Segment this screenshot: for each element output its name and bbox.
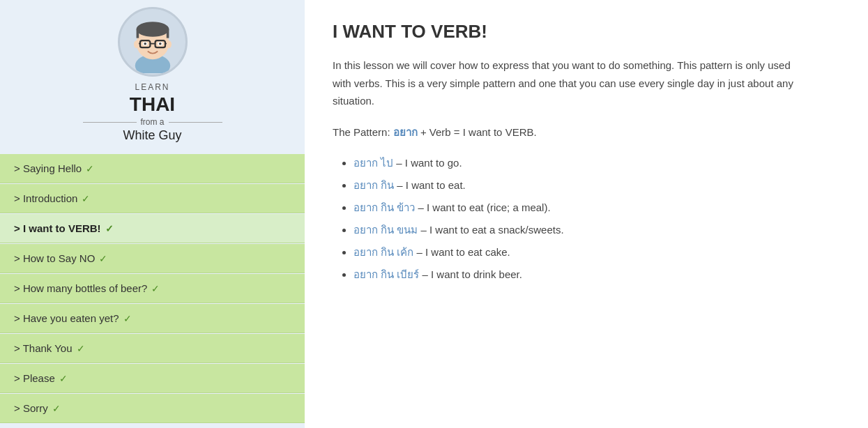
list-item: อยาก กิน ข้าว – I want to eat (rice; a m… — [353, 199, 840, 216]
bullet-list: อยาก ไป – I want to go.อยาก กิน – I want… — [333, 155, 840, 283]
pattern-suffix: + Verb = I want to VERB. — [418, 126, 537, 138]
nav-label: > Introduction — [14, 192, 77, 204]
svg-point-2 — [136, 22, 169, 37]
nav-item-introduction[interactable]: > Introduction ✓ — [0, 184, 305, 213]
nav-label: > Saying Hello — [14, 162, 82, 174]
checkmark-icon: ✓ — [151, 283, 160, 294]
learn-label: LEARN — [135, 82, 169, 92]
main-content: I WANT TO VERB! In this lesson we will c… — [305, 0, 868, 428]
svg-rect-4 — [166, 29, 169, 38]
pattern-thai: อยาก — [393, 126, 418, 138]
thai-word: อยาก กิน เค้ก — [353, 246, 413, 258]
thai-label: THAI — [130, 93, 175, 116]
checkmark-icon: ✓ — [82, 193, 90, 204]
nav-item-how-to-say-no[interactable]: > How to Say NO ✓ — [0, 244, 305, 273]
english-text: – I want to eat cake. — [417, 246, 510, 258]
avatar — [118, 7, 188, 77]
checkmark-icon: ✓ — [99, 253, 107, 264]
nav-list: > Saying Hello ✓> Introduction ✓> I want… — [0, 154, 305, 423]
english-text: – I want to eat a snack/sweets. — [421, 224, 564, 236]
list-item: อยาก กิน ขนม – I want to eat a snack/swe… — [353, 222, 840, 238]
nav-label: > Thank You — [14, 342, 73, 354]
nav-label: > Have you eaten yet? — [14, 312, 119, 324]
checkmark-icon: ✓ — [105, 223, 114, 234]
checkmark-icon: ✓ — [86, 163, 94, 174]
thai-word: อยาก ไป — [353, 157, 393, 169]
nav-label: > Sorry — [14, 402, 48, 414]
intro-text: In this lesson we will cover how to expr… — [333, 56, 807, 110]
nav-label: > Please — [14, 372, 55, 384]
list-item: อยาก กิน เค้ก – I want to eat cake. — [353, 244, 840, 261]
thai-word: อยาก กิน ข้าว — [353, 201, 415, 213]
checkmark-icon: ✓ — [52, 403, 61, 414]
checkmark-icon: ✓ — [77, 343, 85, 354]
nav-label: > I want to VERB! — [14, 222, 101, 234]
nav-item-thank-you[interactable]: > Thank You ✓ — [0, 334, 305, 363]
list-item: อยาก กิน เบียร์ – I want to drink beer. — [353, 266, 840, 283]
nav-item-i-want-to-verb[interactable]: > I want to VERB! ✓ — [0, 214, 305, 243]
nav-item-saying-hello[interactable]: > Saying Hello ✓ — [0, 154, 305, 183]
nav-item-sorry[interactable]: > Sorry ✓ — [0, 394, 305, 423]
pattern-prefix: The Pattern: — [333, 126, 393, 138]
sidebar: LEARN THAI from a White Guy > Saying Hel… — [0, 0, 305, 428]
from-a-label: from a — [83, 117, 222, 127]
nav-label: > How to Say NO — [14, 252, 95, 264]
page-title: I WANT TO VERB! — [333, 21, 840, 43]
pattern-text: The Pattern: อยาก + Verb = I want to VER… — [333, 124, 840, 141]
checkmark-icon: ✓ — [59, 373, 68, 384]
svg-point-13 — [159, 43, 162, 45]
english-text: – I want to eat. — [397, 179, 465, 191]
english-text: – I want to eat (rice; a meal). — [418, 201, 551, 213]
nav-item-please[interactable]: > Please ✓ — [0, 364, 305, 393]
list-item: อยาก กิน – I want to eat. — [353, 177, 840, 194]
nav-label: > How many bottles of beer? — [14, 282, 147, 294]
checkmark-icon: ✓ — [123, 313, 132, 324]
svg-point-14 — [134, 40, 139, 48]
thai-word: อยาก กิน ขนม — [353, 224, 418, 236]
thai-word: อยาก กิน เบียร์ — [353, 268, 419, 280]
english-text: – I want to drink beer. — [422, 268, 522, 280]
list-item: อยาก ไป – I want to go. — [353, 155, 840, 171]
svg-rect-3 — [136, 29, 139, 38]
nav-item-have-you-eaten[interactable]: > Have you eaten yet? ✓ — [0, 304, 305, 333]
nav-item-how-many-bottles[interactable]: > How many bottles of beer? ✓ — [0, 274, 305, 303]
thai-word: อยาก กิน — [353, 179, 394, 191]
svg-point-15 — [166, 40, 171, 48]
svg-point-12 — [144, 43, 146, 45]
english-text: – I want to go. — [396, 157, 462, 169]
white-guy-label: White Guy — [123, 128, 181, 143]
